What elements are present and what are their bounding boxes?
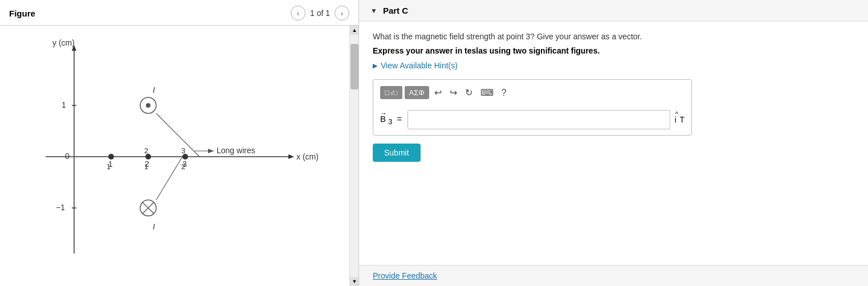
answer-label: → B 3 = (380, 114, 403, 126)
wire-out-dot (146, 103, 150, 108)
wire-top-label: I (153, 85, 155, 95)
graph-svg: y (cm) x (cm) 1 0 −1 1 2 3 1 (11, 31, 331, 282)
fraction-icon: □ (385, 88, 389, 97)
left-panel: Figure ‹ 1 of 1 › y (cm) x (cm) 1 0 (0, 0, 359, 286)
undo-button[interactable]: ↩ (431, 85, 445, 100)
wire-line2 (156, 157, 182, 200)
toolbar: □ √□ ΑΣΦ ↩ ↪ ↻ ⌨ ? (380, 85, 684, 104)
greek-symbols-button[interactable]: ΑΣΦ (405, 86, 429, 99)
hat-symbol: ^ (675, 111, 678, 117)
answer-subscript: 3 (388, 118, 392, 126)
y-tick-1: 1 (62, 100, 66, 109)
scroll-up-button[interactable]: ▲ (350, 26, 358, 35)
hint-arrow-icon: ▶ (373, 62, 377, 70)
part-body: What is the magnetic field strength at p… (359, 22, 868, 265)
y-axis-label: y (cm) (52, 38, 75, 47)
part-label: Part C (383, 6, 408, 15)
point-above-3: 3 (181, 146, 185, 155)
page-indicator: 1 of 1 (310, 9, 330, 18)
scroll-thumb[interactable] (351, 44, 358, 89)
hint-link-label: View Available Hint(s) (381, 61, 458, 70)
sqrt-icon: √□ (390, 89, 398, 96)
hint-link[interactable]: ▶ View Available Hint(s) (373, 61, 854, 70)
point-below-1: 1 (144, 162, 148, 171)
point-below-2: 2 (181, 162, 185, 171)
keyboard-button[interactable]: ⌨ (478, 85, 496, 100)
wire-arrow-head (208, 149, 214, 153)
figure-content: y (cm) x (cm) 1 0 −1 1 2 3 1 (0, 26, 358, 286)
next-page-button[interactable]: › (335, 6, 349, 21)
wire-line1 (156, 113, 199, 157)
x-axis-label: x (cm) (296, 152, 319, 161)
vector-arrow: → (380, 109, 387, 117)
point-1-0 (108, 154, 114, 160)
submit-button[interactable]: Submit (373, 144, 421, 162)
question-line1: What is the magnetic field strength at p… (373, 31, 854, 43)
redo-button[interactable]: ↪ (447, 85, 460, 100)
svg-marker-3 (288, 154, 294, 159)
feedback-area: Provide Feedback (359, 265, 868, 286)
answer-box: □ √□ ΑΣΦ ↩ ↪ ↻ ⌨ ? → B 3 (373, 79, 692, 136)
long-wires-label: Long wires (217, 146, 255, 155)
figure-title: Figure (9, 9, 35, 18)
point-1-0-label: 1 (107, 162, 111, 171)
wire-bottom-label: I (153, 222, 155, 231)
help-button[interactable]: ? (499, 86, 510, 100)
scroll-down-button[interactable]: ▼ (350, 277, 358, 286)
question-line2: Express your answer in teslas using two … (373, 46, 854, 55)
greek-label: ΑΣΦ (409, 88, 425, 97)
point-above-2: 2 (144, 146, 148, 155)
part-header: ▼ Part C (359, 0, 868, 22)
answer-input[interactable] (407, 110, 670, 129)
feedback-link[interactable]: Provide Feedback (373, 267, 437, 285)
figure-nav: ‹ 1 of 1 › (291, 6, 349, 21)
figure-header: Figure ‹ 1 of 1 › (0, 0, 358, 26)
part-toggle-icon[interactable]: ▼ (370, 7, 377, 15)
y-tick-neg1: −1 (56, 203, 65, 212)
right-panel: ▼ Part C What is the magnetic field stre… (359, 0, 868, 286)
refresh-button[interactable]: ↻ (462, 85, 475, 100)
prev-page-button[interactable]: ‹ (291, 6, 305, 21)
scrollbar[interactable]: ▲ ▼ (349, 26, 358, 286)
answer-row: → B 3 = ^ i T (380, 110, 684, 129)
fraction-sqrt-button[interactable]: □ √□ (380, 86, 402, 99)
answer-unit: ^ i T (675, 115, 684, 124)
y-tick-0: 0 (65, 152, 70, 161)
